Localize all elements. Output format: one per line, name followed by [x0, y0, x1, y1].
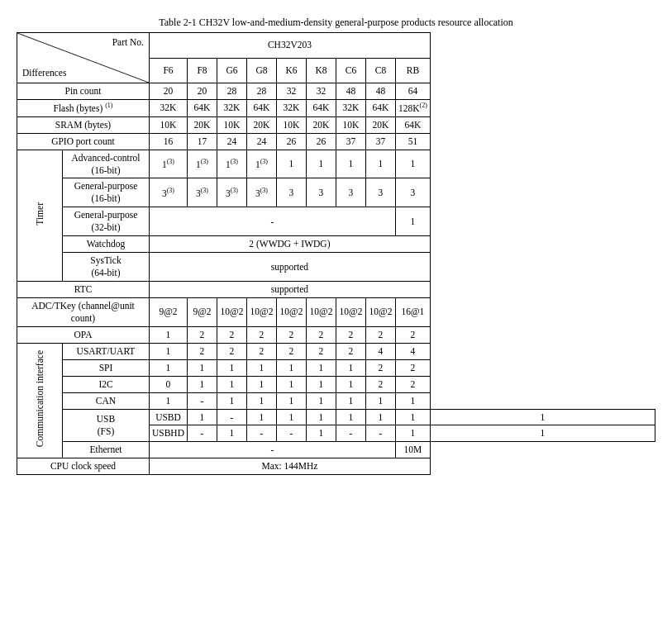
col-header-g6: G6 [217, 58, 246, 83]
row-cpu: CPU clock speed Max: 144MHz [17, 458, 655, 475]
val-flash-g6: 32K [217, 99, 246, 116]
label-timer-gp16: General-purpose(16-bit) [63, 178, 150, 207]
label-opa: OPA [17, 326, 150, 343]
val-pin-f8: 20 [187, 83, 217, 100]
val-flash-f8: 64K [187, 99, 217, 116]
label-pin-count: Pin count [17, 83, 150, 100]
row-usbd: USB(FS) USBD 1 - 1 1 1 1 1 1 1 [17, 409, 655, 425]
label-rtc: RTC [17, 282, 150, 298]
row-sram: SRAM (bytes) 10K 20K 10K 20K 10K 20K 10K… [17, 116, 655, 133]
label-adc: ADC/TKey (channel@unitcount) [17, 297, 150, 326]
row-usart: Communication interface USART/UART 1 2 2… [17, 343, 655, 359]
val-pin-k6: 32 [276, 83, 306, 100]
val-flash-rb: 128K(2) [395, 99, 430, 116]
main-table: Part No. Differences CH32V203 F6 F8 G6 G… [17, 32, 655, 475]
row-rtc: RTC supported [17, 282, 655, 298]
val-flash-k6: 32K [276, 99, 306, 116]
row-opa: OPA 1 2 2 2 2 2 2 2 2 [17, 326, 655, 343]
label-usart: USART/UART [63, 343, 150, 359]
row-timer-adv: Timer Advanced-control(16-bit) 1(3) 1(3)… [17, 150, 655, 178]
val-flash-f6: 32K [150, 99, 188, 116]
label-can: CAN [63, 392, 150, 409]
row-ethernet: Ethernet - 10M [17, 442, 655, 458]
label-timer-group: Timer [17, 150, 63, 281]
col-header-f8: F8 [187, 58, 217, 83]
val-pin-c8: 48 [365, 83, 395, 100]
row-timer-gp32: General-purpose(32-bit) - 1 [17, 207, 655, 236]
row-timer-watchdog: Watchdog 2 (WWDG + IWDG) [17, 236, 655, 253]
col-header-c6: C6 [336, 58, 365, 83]
chip-family-header: CH32V203 [150, 33, 431, 59]
row-adc: ADC/TKey (channel@unitcount) 9@2 9@2 10@… [17, 297, 655, 326]
col-header-c8: C8 [365, 58, 395, 83]
label-systick: SysTick(64-bit) [63, 253, 150, 282]
label-timer-gp32: General-purpose(32-bit) [63, 207, 150, 236]
val-pin-g8: 28 [246, 83, 276, 100]
row-timer-systick: SysTick(64-bit) supported [17, 253, 655, 282]
row-flash: Flash (bytes) (1) 32K 64K 32K 64K 32K 64… [17, 99, 655, 116]
label-sram: SRAM (bytes) [17, 116, 150, 133]
label-ethernet: Ethernet [63, 442, 150, 458]
val-pin-f6: 20 [150, 83, 188, 100]
val-flash-c8: 64K [365, 99, 395, 116]
row-gpio: GPIO port count 16 17 24 24 26 26 37 37 … [17, 133, 655, 150]
col-header-f6: F6 [150, 58, 188, 83]
label-timer-adv: Advanced-control(16-bit) [63, 150, 150, 178]
label-flash: Flash (bytes) (1) [17, 99, 150, 116]
row-can: CAN 1 - 1 1 1 1 1 1 1 [17, 392, 655, 409]
col-header-k6: K6 [276, 58, 306, 83]
label-comm-group: Communication interface [17, 343, 63, 458]
val-pin-k8: 32 [306, 83, 336, 100]
label-watchdog: Watchdog [63, 236, 150, 253]
row-timer-gp16: General-purpose(16-bit) 3(3) 3(3) 3(3) 3… [17, 178, 655, 207]
val-pin-c6: 48 [336, 83, 365, 100]
label-gpio: GPIO port count [17, 133, 150, 150]
val-pin-rb: 64 [395, 83, 430, 100]
col-header-k8: K8 [306, 58, 336, 83]
val-flash-c6: 32K [336, 99, 365, 116]
label-i2c: I2C [63, 376, 150, 392]
label-spi: SPI [63, 359, 150, 376]
table-container: Table 2-1 CH32V low-and-medium-density g… [17, 17, 655, 475]
table-title: Table 2-1 CH32V low-and-medium-density g… [17, 17, 655, 29]
label-usb: USB(FS) [63, 409, 150, 442]
val-pin-g6: 28 [217, 83, 246, 100]
part-no-label: Part No. [112, 36, 144, 49]
col-header-rb: RB [395, 58, 430, 83]
header-diagonal: Part No. Differences [17, 33, 150, 83]
row-spi: SPI 1 1 1 1 1 1 1 2 2 [17, 359, 655, 376]
row-pin-count: Pin count 20 20 28 28 32 32 48 48 64 [17, 83, 655, 100]
label-usbd: USBD [150, 409, 188, 425]
label-usbhd: USBHD [150, 425, 188, 442]
val-flash-g8: 64K [246, 99, 276, 116]
differences-label: Differences [22, 67, 66, 79]
col-header-g8: G8 [246, 58, 276, 83]
val-flash-k8: 64K [306, 99, 336, 116]
label-cpu: CPU clock speed [17, 458, 150, 475]
row-i2c: I2C 0 1 1 1 1 1 1 2 2 [17, 376, 655, 392]
